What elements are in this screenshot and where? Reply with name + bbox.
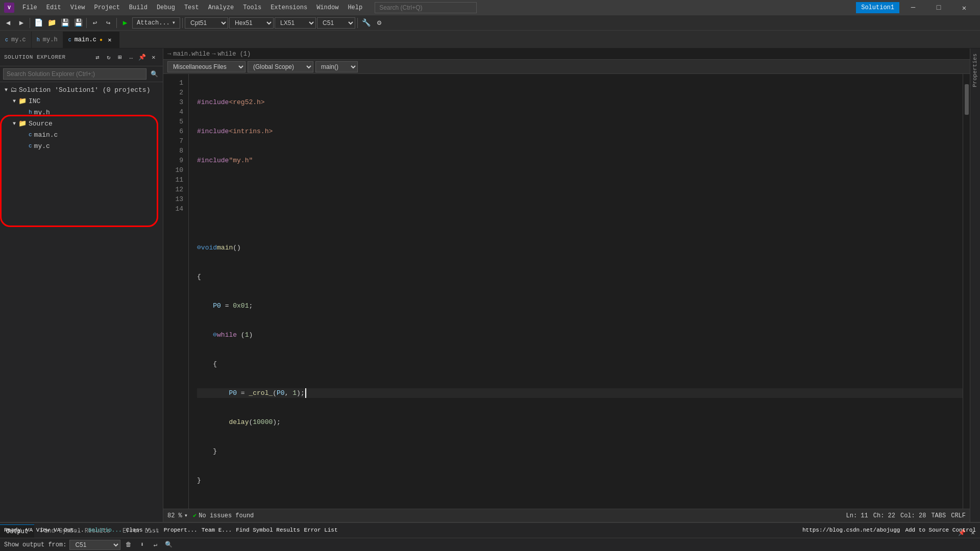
source-folder-icon: 📁 xyxy=(18,119,27,128)
code-line-2: #include <intrins.h> xyxy=(197,127,963,136)
menu-project[interactable]: Project xyxy=(90,3,124,12)
output-clear-btn[interactable]: 🗑 xyxy=(124,540,134,550)
menu-file[interactable]: File xyxy=(18,3,41,12)
bottom-tab-find-symbol-results[interactable]: Find Symbol Results xyxy=(236,527,300,533)
toolbar-back-btn[interactable]: ◀ xyxy=(2,17,14,29)
toolbar-settings-btn[interactable]: ⚙ xyxy=(373,17,385,29)
bottom-tab-error-list-bar[interactable]: Error List xyxy=(304,527,338,533)
tree-solution-label: Solution 'Solution1' (0 projects) xyxy=(19,86,150,94)
menu-analyze[interactable]: Analyze xyxy=(204,3,238,12)
bottom-tab-propert[interactable]: Propert... xyxy=(164,527,198,533)
target-dropdown-lx51[interactable]: LX51 xyxy=(275,17,316,29)
breadcrumb-arrow2: → xyxy=(212,51,215,58)
sidebar-search-input[interactable] xyxy=(3,68,146,80)
add-to-source-btn[interactable]: Add to Source Control xyxy=(905,527,976,533)
func-dropdown[interactable]: main() xyxy=(315,61,358,72)
editor-status-bar: 82 % ▾ ✔ No issues found Ln: 11 Ch: 22 C… xyxy=(163,509,970,522)
output-find-btn[interactable]: 🔍 xyxy=(163,540,174,550)
code-line-12: delay(10000); xyxy=(197,417,963,427)
tab-my-h[interactable]: h my.h xyxy=(32,32,63,48)
sidebar-options-btn[interactable]: … xyxy=(126,52,136,62)
toolbar-save-btn[interactable]: 💾 xyxy=(59,17,71,29)
tree-my-c[interactable]: ▶ c my.c xyxy=(0,140,163,152)
sidebar-filter-btn[interactable]: ⊞ xyxy=(115,52,125,62)
properties-vertical-tab[interactable]: Properties xyxy=(970,48,980,92)
sidebar-search-icon[interactable]: 🔍 xyxy=(149,68,160,80)
toolbar-forward-btn[interactable]: ▶ xyxy=(15,17,28,29)
bottom-tabs-bar: VA View VA Out... Solutio... Class V... … xyxy=(26,527,338,533)
output-source-dropdown[interactable]: C51 xyxy=(69,540,120,550)
tree-my-h-label: my.h xyxy=(34,109,50,116)
output-wrap-btn[interactable]: ↵ xyxy=(150,540,160,550)
misc-files-dropdown[interactable]: Miscellaneous Files xyxy=(167,61,246,72)
sidebar-close-btn[interactable]: ✕ xyxy=(149,52,159,62)
code-line-4 xyxy=(197,185,963,194)
toolbar-open-btn[interactable]: 📁 xyxy=(45,17,58,29)
bottom-tab-va-view[interactable]: VA View xyxy=(26,527,50,533)
scope-bar: Miscellaneous Files (Global Scope) main(… xyxy=(163,60,970,74)
sidebar-refresh-btn[interactable]: ↻ xyxy=(104,52,114,62)
title-search-input[interactable] xyxy=(375,2,477,13)
toolbar-debug-btn[interactable]: 🔧 xyxy=(360,17,372,29)
crlf-indicator[interactable]: CRLF xyxy=(951,512,966,519)
menu-help[interactable]: Help xyxy=(344,3,366,12)
tree-my-h[interactable]: ▶ h my.h xyxy=(0,107,163,118)
zoom-control[interactable]: 82 % ▾ xyxy=(167,512,188,519)
main-c-file-icon: c xyxy=(29,132,32,138)
tree-source-folder[interactable]: ▼ 📁 Source xyxy=(0,118,163,129)
bottom-tab-solutio[interactable]: Solutio... xyxy=(88,527,122,533)
bottom-tab-va-out[interactable]: VA Out... xyxy=(54,527,84,533)
sidebar-pin-btn[interactable]: 📌 xyxy=(137,52,148,62)
tab-file-icon-3: c xyxy=(68,37,71,43)
output-scroll-btn[interactable]: ⬇ xyxy=(137,540,147,550)
code-line-3: #include "my.h" xyxy=(197,156,963,165)
menu-edit[interactable]: Edit xyxy=(42,3,65,12)
tree-main-c[interactable]: ▶ c main.c xyxy=(0,129,163,140)
toolbar-sep3 xyxy=(116,18,117,28)
menu-window[interactable]: Window xyxy=(312,3,342,12)
editor-breadcrumb: → main.while → while (1) xyxy=(163,48,970,60)
restore-button[interactable]: □ xyxy=(927,0,950,15)
breadcrumb-path2[interactable]: while (1) xyxy=(217,51,251,58)
sidebar-sync-btn[interactable]: ⇄ xyxy=(92,52,103,62)
tree-solution-root[interactable]: ▼ 🗂 Solution 'Solution1' (0 projects) xyxy=(0,84,163,95)
sidebar-header-actions: ⇄ ↻ ⊞ … 📌 ✕ xyxy=(92,52,159,62)
menu-build[interactable]: Build xyxy=(125,3,152,12)
menu-view[interactable]: View xyxy=(66,3,89,12)
toolbar-saveall-btn[interactable]: 💾 xyxy=(72,17,84,29)
tree-inc-label: INC xyxy=(29,97,40,105)
code-text[interactable]: #include <reg52.h> #include <intrins.h> … xyxy=(189,74,963,509)
menu-debug[interactable]: Debug xyxy=(153,3,179,12)
bottom-tab-class-v[interactable]: Class V... xyxy=(126,527,160,533)
global-scope-dropdown[interactable]: (Global Scope) xyxy=(248,61,313,72)
tab-close-btn-3[interactable]: ✕ xyxy=(106,36,114,44)
toolbar-redo-btn[interactable]: ↪ xyxy=(102,17,114,29)
menu-test[interactable]: Test xyxy=(180,3,203,12)
toolbar-sep5 xyxy=(357,18,358,28)
code-editor[interactable]: 1 2 3 4 5 6 7 8 9 10 11 12 13 14 xyxy=(163,74,970,509)
editor-scrollbar[interactable] xyxy=(963,74,970,509)
code-line-5 xyxy=(197,214,963,223)
show-output-label: Show output from: xyxy=(4,541,66,548)
close-button[interactable]: ✕ xyxy=(952,0,976,15)
menu-tools[interactable]: Tools xyxy=(239,3,265,12)
attach-button[interactable]: Attach... ▾ xyxy=(132,17,180,29)
toolbar-undo-btn[interactable]: ↩ xyxy=(89,17,101,29)
breadcrumb-path1[interactable]: main.while xyxy=(173,51,210,58)
target-dropdown-cpt51[interactable]: Cpt51 xyxy=(185,17,228,29)
sidebar-search-bar: 🔍 xyxy=(0,66,163,82)
minimize-button[interactable]: ─ xyxy=(901,0,925,15)
toolbar-sep1 xyxy=(30,18,30,28)
toolbar-run-icon: ▶ xyxy=(119,17,131,29)
tabs-indicator[interactable]: TABS xyxy=(931,512,946,519)
menu-extensions[interactable]: Extensions xyxy=(266,3,311,12)
target-dropdown-hex51[interactable]: Hex51 xyxy=(229,17,274,29)
tab-my-c[interactable]: c my.c xyxy=(0,32,32,48)
bottom-tab-team-e[interactable]: Team E... xyxy=(202,527,232,533)
code-line-11: P0 = _crol_(P0, 1); xyxy=(197,388,963,398)
tab-main-c[interactable]: c main.c ● ✕ xyxy=(63,32,119,48)
tree-inc-folder[interactable]: ▼ 📁 INC xyxy=(0,95,163,107)
target-dropdown-c51[interactable]: C51 xyxy=(317,17,355,29)
issues-text: No issues found xyxy=(199,512,254,519)
toolbar-new-btn[interactable]: 📄 xyxy=(32,17,44,29)
